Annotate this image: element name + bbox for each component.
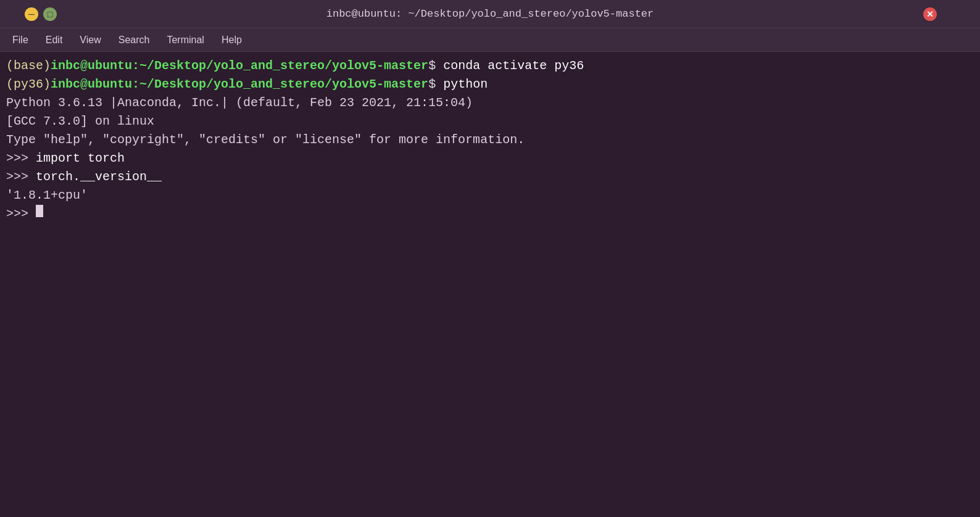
python-prompt-9: >>> bbox=[6, 205, 36, 223]
terminal-line-4: [GCC 7.3.0] on linux bbox=[6, 112, 974, 131]
window-title: inbc@ubuntu: ~/Desktop/yolo_and_stereo/y… bbox=[57, 8, 923, 20]
terminal-line-3: Python 3.6.13 |Anaconda, Inc.| (default,… bbox=[6, 94, 974, 112]
maximize-button[interactable]: □ bbox=[43, 7, 57, 21]
output-5: Type "help", "copyright", "credits" or "… bbox=[6, 131, 525, 149]
cmd-text-6: import torch bbox=[36, 149, 125, 168]
minimize-button[interactable]: ─ bbox=[25, 7, 38, 21]
terminal-line-1: (base) inbc@ubuntu :~/Desktop/yolo_and_s… bbox=[6, 57, 974, 75]
terminal-line-7: >>> torch.__version__ bbox=[6, 168, 974, 186]
python-prompt-6: >>> bbox=[6, 149, 36, 168]
output-4: [GCC 7.3.0] on linux bbox=[6, 112, 154, 131]
terminal-body[interactable]: (base) inbc@ubuntu :~/Desktop/yolo_and_s… bbox=[0, 52, 980, 517]
output-3: Python 3.6.13 |Anaconda, Inc.| (default,… bbox=[6, 94, 473, 112]
menu-terminal[interactable]: Terminal bbox=[159, 32, 211, 48]
prompt-dollar-1: $ bbox=[428, 57, 436, 75]
close-button[interactable]: ✕ bbox=[923, 7, 937, 21]
terminal-line-5: Type "help", "copyright", "credits" or "… bbox=[6, 131, 974, 149]
terminal-cursor bbox=[36, 205, 43, 217]
terminal-line-8: '1.8.1+cpu' bbox=[6, 186, 974, 205]
prompt-path-1: :~/Desktop/yolo_and_stereo/yolov5-master bbox=[132, 57, 428, 75]
prompt-dollar-2: $ bbox=[428, 75, 436, 94]
prompt-user-2: inbc@ubuntu bbox=[51, 75, 132, 94]
menu-bar: File Edit View Search Terminal Help bbox=[0, 28, 980, 52]
menu-search[interactable]: Search bbox=[111, 32, 157, 48]
prompt-path-2: :~/Desktop/yolo_and_stereo/yolov5-master bbox=[132, 75, 428, 94]
output-8: '1.8.1+cpu' bbox=[6, 186, 88, 205]
menu-help[interactable]: Help bbox=[214, 32, 249, 48]
cmd-text-1: conda activate py36 bbox=[436, 57, 584, 75]
terminal-line-6: >>> import torch bbox=[6, 149, 974, 168]
prompt-user-1: inbc@ubuntu bbox=[51, 57, 132, 75]
terminal-window: ─ □ inbc@ubuntu: ~/Desktop/yolo_and_ster… bbox=[0, 0, 980, 517]
python-prompt-7: >>> bbox=[6, 168, 36, 186]
menu-file[interactable]: File bbox=[5, 32, 36, 48]
cmd-text-2: python bbox=[436, 75, 488, 94]
cmd-text-7: torch.__version__ bbox=[36, 168, 162, 186]
terminal-line-9: >>> bbox=[6, 205, 974, 223]
menu-view[interactable]: View bbox=[72, 32, 108, 48]
prompt-env-2: (py36) bbox=[6, 75, 51, 94]
terminal-line-2: (py36) inbc@ubuntu :~/Desktop/yolo_and_s… bbox=[6, 75, 974, 94]
menu-edit[interactable]: Edit bbox=[38, 32, 70, 48]
title-bar: ─ □ inbc@ubuntu: ~/Desktop/yolo_and_ster… bbox=[0, 0, 980, 28]
prompt-env-1: (base) bbox=[6, 57, 51, 75]
